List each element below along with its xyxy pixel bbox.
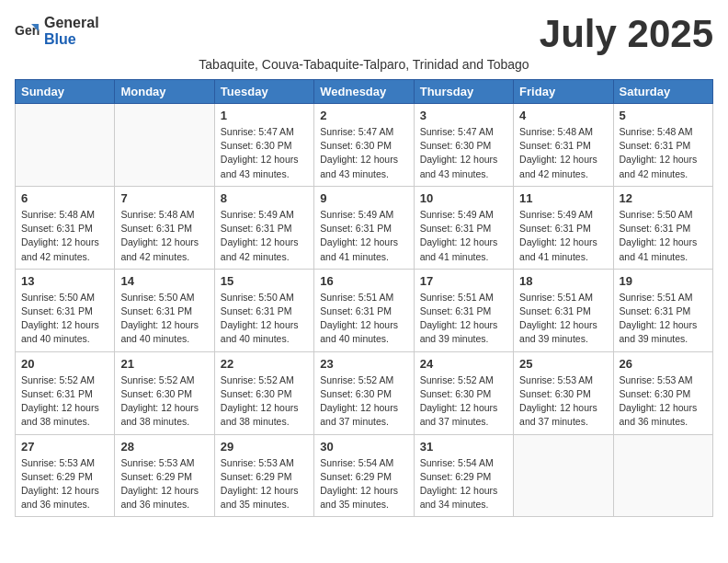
day-number: 6 (21, 191, 108, 205)
calendar-cell: 19Sunrise: 5:51 AMSunset: 6:31 PMDayligh… (613, 269, 712, 351)
day-info: Sunrise: 5:52 AMSunset: 6:30 PMDaylight:… (120, 373, 208, 430)
day-info: Sunrise: 5:53 AMSunset: 6:30 PMDaylight:… (620, 373, 707, 430)
day-info: Sunrise: 5:51 AMSunset: 6:31 PMDaylight:… (519, 291, 607, 347)
day-number: 17 (420, 274, 507, 288)
calendar-cell: 15Sunrise: 5:50 AMSunset: 6:31 PMDayligh… (214, 269, 313, 351)
day-header-tuesday: Tuesday (214, 80, 313, 104)
day-header-monday: Monday (115, 80, 214, 104)
day-info: Sunrise: 5:51 AMSunset: 6:31 PMDaylight:… (320, 291, 407, 347)
calendar-cell: 2Sunrise: 5:47 AMSunset: 6:30 PMDaylight… (314, 104, 414, 187)
logo-blue: Blue (44, 31, 99, 48)
day-info: Sunrise: 5:53 AMSunset: 6:30 PMDaylight:… (519, 373, 607, 430)
calendar-cell: 17Sunrise: 5:51 AMSunset: 6:31 PMDayligh… (414, 269, 513, 351)
day-number: 28 (120, 440, 208, 454)
calendar-cell: 21Sunrise: 5:52 AMSunset: 6:30 PMDayligh… (115, 351, 214, 434)
day-info: Sunrise: 5:49 AMSunset: 6:31 PMDaylight:… (519, 208, 607, 264)
calendar-cell: 14Sunrise: 5:50 AMSunset: 6:31 PMDayligh… (115, 269, 214, 351)
day-info: Sunrise: 5:52 AMSunset: 6:30 PMDaylight:… (420, 373, 507, 430)
day-number: 31 (420, 440, 507, 454)
day-info: Sunrise: 5:47 AMSunset: 6:30 PMDaylight:… (420, 125, 507, 181)
day-number: 18 (519, 274, 607, 288)
day-number: 1 (221, 109, 308, 122)
day-header-friday: Friday (514, 80, 613, 104)
day-header-saturday: Saturday (613, 80, 712, 104)
day-info: Sunrise: 5:50 AMSunset: 6:31 PMDaylight:… (620, 208, 707, 264)
day-info: Sunrise: 5:54 AMSunset: 6:29 PMDaylight:… (420, 456, 507, 512)
day-number: 13 (21, 274, 108, 288)
calendar-cell (514, 434, 613, 517)
calendar-cell: 28Sunrise: 5:53 AMSunset: 6:29 PMDayligh… (115, 434, 214, 517)
day-number: 15 (221, 274, 308, 288)
day-info: Sunrise: 5:52 AMSunset: 6:30 PMDaylight:… (221, 373, 308, 430)
calendar-cell: 20Sunrise: 5:52 AMSunset: 6:31 PMDayligh… (16, 351, 115, 434)
calendar-cell: 25Sunrise: 5:53 AMSunset: 6:30 PMDayligh… (514, 351, 613, 434)
day-info: Sunrise: 5:53 AMSunset: 6:29 PMDaylight:… (21, 456, 108, 512)
day-info: Sunrise: 5:49 AMSunset: 6:31 PMDaylight:… (320, 208, 407, 264)
calendar: SundayMondayTuesdayWednesdayThursdayFrid… (15, 79, 713, 517)
day-info: Sunrise: 5:48 AMSunset: 6:31 PMDaylight:… (120, 208, 208, 264)
day-number: 24 (420, 357, 507, 371)
calendar-cell: 13Sunrise: 5:50 AMSunset: 6:31 PMDayligh… (16, 269, 115, 351)
day-number: 19 (620, 274, 707, 288)
day-info: Sunrise: 5:47 AMSunset: 6:30 PMDaylight:… (221, 125, 308, 181)
calendar-cell: 31Sunrise: 5:54 AMSunset: 6:29 PMDayligh… (414, 434, 513, 517)
calendar-cell: 10Sunrise: 5:49 AMSunset: 6:31 PMDayligh… (414, 186, 513, 269)
day-info: Sunrise: 5:54 AMSunset: 6:29 PMDaylight:… (320, 456, 407, 512)
day-number: 21 (120, 357, 208, 371)
subtitle: Tabaquite, Couva-Tabaquite-Talparo, Trin… (15, 57, 713, 72)
day-info: Sunrise: 5:53 AMSunset: 6:29 PMDaylight:… (221, 456, 308, 512)
day-info: Sunrise: 5:50 AMSunset: 6:31 PMDaylight:… (120, 291, 208, 347)
day-number: 22 (221, 357, 308, 371)
day-number: 5 (620, 109, 707, 122)
day-number: 2 (320, 109, 407, 122)
day-info: Sunrise: 5:47 AMSunset: 6:30 PMDaylight:… (320, 125, 407, 181)
day-number: 16 (320, 274, 407, 288)
calendar-cell (115, 104, 214, 187)
calendar-week-5: 27Sunrise: 5:53 AMSunset: 6:29 PMDayligh… (16, 434, 713, 517)
calendar-cell (16, 104, 115, 187)
day-header-thursday: Thursday (414, 80, 513, 104)
day-info: Sunrise: 5:53 AMSunset: 6:29 PMDaylight:… (120, 456, 208, 512)
day-info: Sunrise: 5:50 AMSunset: 6:31 PMDaylight:… (21, 291, 108, 347)
day-number: 7 (120, 191, 208, 205)
calendar-week-3: 13Sunrise: 5:50 AMSunset: 6:31 PMDayligh… (16, 269, 713, 351)
day-number: 26 (620, 357, 707, 371)
calendar-cell: 7Sunrise: 5:48 AMSunset: 6:31 PMDaylight… (115, 186, 214, 269)
calendar-cell: 8Sunrise: 5:49 AMSunset: 6:31 PMDaylight… (214, 186, 313, 269)
day-number: 12 (620, 191, 707, 205)
day-info: Sunrise: 5:49 AMSunset: 6:31 PMDaylight:… (420, 208, 507, 264)
day-number: 11 (519, 191, 607, 205)
calendar-week-1: 1Sunrise: 5:47 AMSunset: 6:30 PMDaylight… (16, 104, 713, 187)
calendar-cell: 6Sunrise: 5:48 AMSunset: 6:31 PMDaylight… (16, 186, 115, 269)
calendar-cell: 16Sunrise: 5:51 AMSunset: 6:31 PMDayligh… (314, 269, 414, 351)
logo: Gen General Blue (15, 15, 99, 47)
calendar-cell: 11Sunrise: 5:49 AMSunset: 6:31 PMDayligh… (514, 186, 613, 269)
day-info: Sunrise: 5:48 AMSunset: 6:31 PMDaylight:… (620, 125, 707, 181)
day-info: Sunrise: 5:49 AMSunset: 6:31 PMDaylight:… (221, 208, 308, 264)
days-header-row: SundayMondayTuesdayWednesdayThursdayFrid… (16, 80, 713, 104)
day-number: 3 (420, 109, 507, 122)
day-number: 27 (21, 440, 108, 454)
day-number: 20 (21, 357, 108, 371)
day-info: Sunrise: 5:50 AMSunset: 6:31 PMDaylight:… (221, 291, 308, 347)
day-header-wednesday: Wednesday (314, 80, 414, 104)
day-number: 29 (221, 440, 308, 454)
day-info: Sunrise: 5:52 AMSunset: 6:31 PMDaylight:… (21, 373, 108, 430)
day-number: 14 (120, 274, 208, 288)
day-info: Sunrise: 5:52 AMSunset: 6:30 PMDaylight:… (320, 373, 407, 430)
calendar-week-4: 20Sunrise: 5:52 AMSunset: 6:31 PMDayligh… (16, 351, 713, 434)
month-title: July 2025 (540, 15, 713, 53)
calendar-cell (613, 434, 712, 517)
day-number: 25 (519, 357, 607, 371)
calendar-cell: 4Sunrise: 5:48 AMSunset: 6:31 PMDaylight… (514, 104, 613, 187)
calendar-cell: 3Sunrise: 5:47 AMSunset: 6:30 PMDaylight… (414, 104, 513, 187)
calendar-cell: 1Sunrise: 5:47 AMSunset: 6:30 PMDaylight… (214, 104, 313, 187)
calendar-cell: 22Sunrise: 5:52 AMSunset: 6:30 PMDayligh… (214, 351, 313, 434)
calendar-week-2: 6Sunrise: 5:48 AMSunset: 6:31 PMDaylight… (16, 186, 713, 269)
calendar-cell: 18Sunrise: 5:51 AMSunset: 6:31 PMDayligh… (514, 269, 613, 351)
calendar-cell: 30Sunrise: 5:54 AMSunset: 6:29 PMDayligh… (314, 434, 414, 517)
day-info: Sunrise: 5:51 AMSunset: 6:31 PMDaylight:… (620, 291, 707, 347)
day-header-sunday: Sunday (16, 80, 115, 104)
calendar-cell: 29Sunrise: 5:53 AMSunset: 6:29 PMDayligh… (214, 434, 313, 517)
logo-general: General (44, 15, 99, 31)
